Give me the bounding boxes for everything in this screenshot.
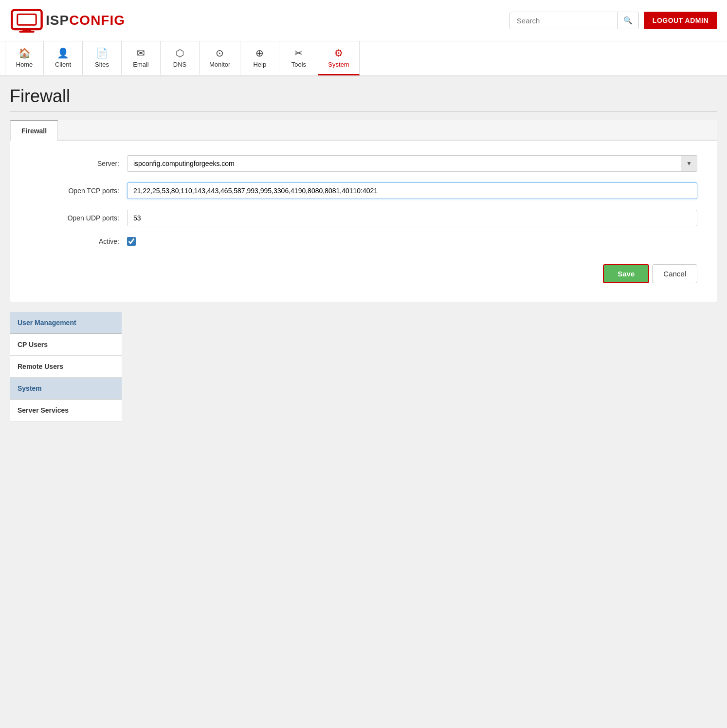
sidebar-item-cp-users[interactable]: CP Users <box>10 334 122 356</box>
tcp-label: Open TCP ports: <box>30 187 127 195</box>
nav-bar: 🏠 Home 👤 Client 📄 Sites ✉ Email ⬡ DNS ⊙ … <box>0 41 727 76</box>
form-row-active: Active: <box>30 237 697 246</box>
logo-config: CONFIG <box>69 13 125 28</box>
nav-item-monitor[interactable]: ⊙ Monitor <box>200 41 240 75</box>
svg-rect-0 <box>12 10 41 29</box>
nav-label-email: Email <box>133 61 149 68</box>
logo: ISPCONFIG <box>10 6 125 35</box>
form-row-tcp: Open TCP ports: <box>30 182 697 199</box>
form-actions: Save Cancel <box>30 256 697 287</box>
nav-item-home[interactable]: 🏠 Home <box>5 41 44 75</box>
udp-label: Open UDP ports: <box>30 214 127 222</box>
nav-item-dns[interactable]: ⬡ DNS <box>161 41 200 75</box>
server-dropdown-arrow[interactable]: ▼ <box>681 155 697 172</box>
nav-label-home: Home <box>16 61 33 68</box>
sidebar-item-remote-users[interactable]: Remote Users <box>10 356 122 378</box>
nav-label-help: Help <box>253 61 266 68</box>
svg-rect-3 <box>19 31 35 33</box>
nav-item-tools[interactable]: ✂ Tools <box>279 41 318 75</box>
udp-input[interactable] <box>127 210 697 226</box>
server-select[interactable] <box>127 155 681 172</box>
active-checkbox[interactable] <box>127 237 136 246</box>
tab-firewall[interactable]: Firewall <box>10 120 58 141</box>
sidebar-system-title: System <box>10 378 122 400</box>
server-select-wrapper: ▼ <box>127 155 697 172</box>
home-icon: 🏠 <box>18 47 31 59</box>
nav-item-system[interactable]: ⚙ System <box>318 41 359 75</box>
email-icon: ✉ <box>137 47 145 59</box>
nav-label-system: System <box>328 61 349 68</box>
cancel-button[interactable]: Cancel <box>652 264 697 283</box>
nav-label-dns: DNS <box>173 61 186 68</box>
logout-button[interactable]: LOGOUT ADMIN <box>644 12 717 29</box>
svg-rect-2 <box>22 29 31 31</box>
tools-icon: ✂ <box>294 47 303 59</box>
server-label: Server: <box>30 160 127 167</box>
svg-rect-1 <box>18 14 36 25</box>
search-container: 🔍 <box>509 12 639 29</box>
monitor-icon: ⊙ <box>216 47 224 59</box>
nav-label-client: Client <box>55 61 71 68</box>
card-body: Server: ▼ Open TCP ports: Open UDP ports… <box>10 141 717 302</box>
logo-text: ISPCONFIG <box>46 13 125 28</box>
firewall-card: Firewall Server: ▼ Open TCP ports: Open … <box>10 120 717 302</box>
sidebar-section: User Management CP Users Remote Users Sy… <box>10 312 717 421</box>
logo-icon <box>10 6 44 35</box>
save-button[interactable]: Save <box>603 264 649 283</box>
main-content: Firewall Firewall Server: ▼ Open TCP por… <box>0 76 727 421</box>
logo-isp: ISP <box>46 13 69 28</box>
card-tabs: Firewall <box>10 120 717 141</box>
nav-item-help[interactable]: ⊕ Help <box>240 41 279 75</box>
nav-item-email[interactable]: ✉ Email <box>122 41 161 75</box>
header: ISPCONFIG 🔍 LOGOUT ADMIN <box>0 0 727 41</box>
dns-icon: ⬡ <box>176 47 184 59</box>
sites-icon: 📄 <box>96 47 108 59</box>
nav-item-sites[interactable]: 📄 Sites <box>83 41 122 75</box>
search-input[interactable] <box>510 13 617 29</box>
client-icon: 👤 <box>57 47 69 59</box>
sidebar-user-management-title: User Management <box>10 312 122 334</box>
page-title: Firewall <box>10 86 717 112</box>
active-label: Active: <box>30 237 127 245</box>
nav-label-tools: Tools <box>291 61 306 68</box>
sidebar: User Management CP Users Remote Users Sy… <box>10 312 122 421</box>
nav-label-monitor: Monitor <box>209 61 230 68</box>
search-button[interactable]: 🔍 <box>617 12 638 29</box>
sidebar-item-server-services[interactable]: Server Services <box>10 400 122 421</box>
system-icon: ⚙ <box>334 47 343 59</box>
nav-item-client[interactable]: 👤 Client <box>44 41 83 75</box>
header-right: 🔍 LOGOUT ADMIN <box>509 12 717 29</box>
tcp-input[interactable] <box>127 182 697 199</box>
form-row-server: Server: ▼ <box>30 155 697 172</box>
help-icon: ⊕ <box>255 47 264 59</box>
form-row-udp: Open UDP ports: <box>30 210 697 226</box>
nav-label-sites: Sites <box>95 61 109 68</box>
